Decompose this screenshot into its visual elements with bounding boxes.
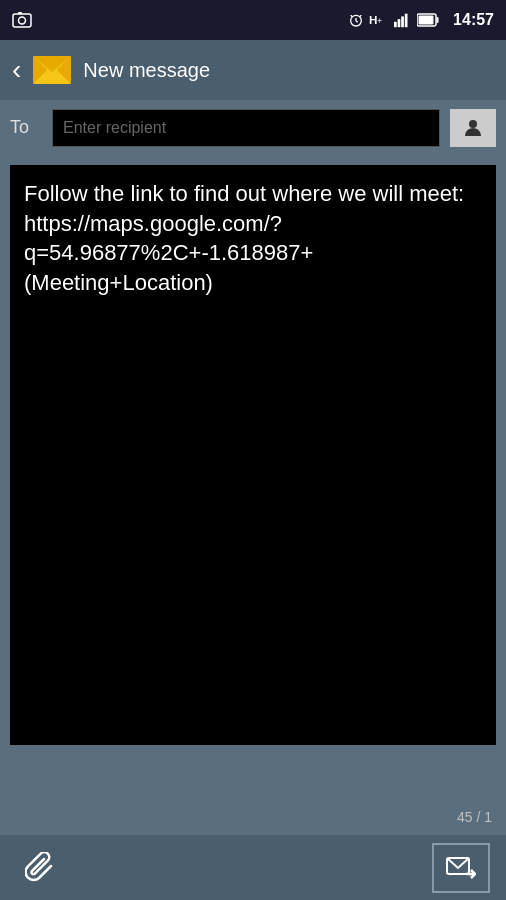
paperclip-icon xyxy=(25,852,57,884)
svg-rect-2 xyxy=(18,12,22,14)
send-icon xyxy=(446,854,476,882)
svg-point-17 xyxy=(469,120,477,128)
envelope-icon xyxy=(33,56,71,84)
svg-rect-12 xyxy=(419,16,434,25)
h-signal-icon: H + xyxy=(369,12,389,28)
message-body: Follow the link to find out where we wil… xyxy=(0,155,506,799)
status-bar-left xyxy=(12,11,32,29)
network-icon xyxy=(394,12,412,28)
attach-button[interactable] xyxy=(16,843,66,893)
svg-rect-9 xyxy=(405,14,408,28)
screen: H + 14:57 ‹ xyxy=(0,0,506,900)
svg-text:+: + xyxy=(377,16,382,26)
to-label: To xyxy=(10,117,42,138)
status-icons: H + xyxy=(348,12,439,28)
svg-rect-7 xyxy=(398,19,401,27)
person-icon xyxy=(461,116,485,140)
svg-rect-8 xyxy=(401,16,404,27)
app-bar-title: New message xyxy=(83,59,494,82)
alarm-icon xyxy=(348,12,364,28)
screenshot-icon xyxy=(12,11,32,29)
contact-picker-button[interactable] xyxy=(450,109,496,147)
recipient-input[interactable] xyxy=(52,109,440,147)
counter-row: 45 / 1 xyxy=(0,799,506,835)
battery-icon xyxy=(417,13,439,27)
svg-text:H: H xyxy=(369,13,377,26)
status-bar: H + 14:57 xyxy=(0,0,506,40)
send-button[interactable] xyxy=(432,843,490,893)
message-textarea[interactable]: Follow the link to find out where we wil… xyxy=(10,165,496,745)
status-time: 14:57 xyxy=(453,11,494,29)
message-counter: 45 / 1 xyxy=(457,809,492,825)
svg-rect-0 xyxy=(13,14,31,27)
back-button[interactable]: ‹ xyxy=(12,54,21,86)
bottom-toolbar xyxy=(0,835,506,900)
app-bar: ‹ New message xyxy=(0,40,506,100)
message-text: Follow the link to find out where we wil… xyxy=(24,179,482,298)
svg-point-1 xyxy=(19,17,26,24)
svg-rect-6 xyxy=(394,22,397,27)
svg-rect-11 xyxy=(437,17,439,23)
to-row: To xyxy=(0,100,506,155)
